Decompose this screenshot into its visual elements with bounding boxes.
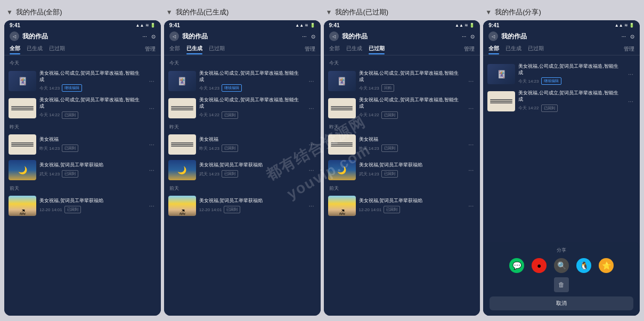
tab-manage-exp[interactable]: 管理 bbox=[464, 45, 475, 53]
work-more-5-exp[interactable]: ··· bbox=[466, 201, 476, 211]
work-date-5-all: 12-20 14:01 bbox=[39, 207, 62, 212]
thumb-4-all bbox=[9, 160, 36, 180]
work-more-1-all[interactable]: ··· bbox=[147, 76, 157, 86]
work-status-2-shr[interactable]: 已回到 bbox=[541, 105, 558, 112]
work-status-1-gen[interactable]: 继续编辑 bbox=[222, 84, 242, 92]
tab-generated-all[interactable]: 已生成 bbox=[27, 45, 43, 53]
work-item-4-gen[interactable]: 美女祝福,贺词员工举辈获福焰 武天 14:23 已回到 ··· bbox=[164, 157, 321, 183]
work-item-2-shr[interactable]: 美女祝福,公司成立,贺词员工举辈改福造,智能生成 今天 14:22 已回到 ··… bbox=[483, 87, 640, 114]
share-qq-item[interactable]: 🐧 bbox=[576, 258, 591, 273]
tab-expired-gen[interactable]: 已过期 bbox=[209, 45, 225, 53]
work-item-2-all[interactable]: 美女祝福,公司成立,贺词员工举辈改福造,智能生成 今天 14:22 已回到 ··… bbox=[4, 94, 161, 121]
tab-manage-gen[interactable]: 管理 bbox=[305, 45, 315, 53]
menu-icon-gen[interactable]: ··· bbox=[302, 34, 306, 39]
tab-all-all[interactable]: 全部 bbox=[10, 45, 20, 53]
menu-icon-exp[interactable]: ··· bbox=[462, 34, 466, 39]
qq-icon[interactable]: 🐧 bbox=[576, 258, 591, 273]
cancel-button[interactable]: 取消 bbox=[490, 296, 633, 310]
menu-icon-shr[interactable]: ··· bbox=[622, 34, 626, 39]
delete-action-icon[interactable]: 🗑 bbox=[554, 277, 569, 292]
work-status-2-exp[interactable]: 已回到 bbox=[381, 111, 398, 119]
work-more-4-gen[interactable]: ··· bbox=[306, 165, 316, 175]
work-item-2-gen[interactable]: 美女祝福,公司成立,贺词员工举辈改福造,智能生成 今天 14:22 已回到 ··… bbox=[164, 94, 321, 121]
work-item-5-exp[interactable]: 美女祝福,贺词员工举辈获福焰 12-20 14:01 已回到 ··· bbox=[324, 193, 480, 219]
settings-icon-gen[interactable]: ⊙ bbox=[311, 34, 315, 39]
work-more-2-shr[interactable]: ··· bbox=[626, 97, 635, 106]
work-more-5-gen[interactable]: ··· bbox=[306, 201, 316, 211]
settings-icon-all[interactable]: ⊙ bbox=[151, 34, 156, 39]
tab-generated-gen[interactable]: 已生成 bbox=[186, 45, 202, 53]
work-status-1-all[interactable]: 继续编辑 bbox=[62, 84, 82, 92]
share-moments-item[interactable]: ● bbox=[532, 258, 547, 273]
work-item-1-all[interactable]: 美女祝福,公司成立,贺词员工举辈改福造,智能生成 今天 14:23 继续编辑 ·… bbox=[4, 68, 161, 94]
work-title-3-exp: 美女祝福 bbox=[359, 137, 463, 143]
work-status-2-all[interactable]: 已回到 bbox=[62, 111, 78, 119]
back-button-shr[interactable]: ◁ bbox=[488, 31, 498, 41]
work-item-5-all[interactable]: 美女祝福,贺词员工举辈获福焰 12-20 14:01 已回到 ··· bbox=[4, 193, 161, 219]
search-share-icon[interactable]: 🔍 bbox=[554, 258, 569, 273]
tab-manage-shr[interactable]: 管理 bbox=[624, 45, 634, 53]
work-status-3-exp[interactable]: 已回到 bbox=[381, 145, 398, 152]
work-item-1-shr[interactable]: 美女祝福,公司成立,贺词员工举辈改福造,智能生成 今天 14:23 继续编辑 ·… bbox=[483, 61, 640, 87]
tab-expired-shr[interactable]: 已过期 bbox=[528, 45, 544, 53]
work-more-2-all[interactable]: ··· bbox=[147, 103, 157, 113]
work-item-3-all[interactable]: 美女祝福 昨天 14:23 已回到 ··· bbox=[4, 132, 161, 157]
work-status-5-gen[interactable]: 已回到 bbox=[224, 206, 240, 213]
tab-all-shr[interactable]: 全部 bbox=[488, 45, 499, 53]
tab-all-gen[interactable]: 全部 bbox=[169, 45, 180, 53]
content-area-gen: 今天 美女祝福,公司成立,贺词员工举辈改福造,智能生成 今天 14:23 继续编… bbox=[164, 55, 321, 316]
work-meta-3-gen: 昨天 14:23 已回到 bbox=[199, 145, 304, 152]
work-status-5-exp[interactable]: 已回到 bbox=[384, 206, 400, 213]
share-star-item[interactable]: ⭐ bbox=[599, 258, 614, 273]
work-more-1-shr[interactable]: ··· bbox=[626, 69, 635, 79]
work-item-2-exp[interactable]: 美女祝福,公司成立,贺词员工举辈改福造,智能生成 今天 14:22 已回到 ··… bbox=[324, 94, 480, 121]
work-more-1-gen[interactable]: ··· bbox=[306, 76, 316, 86]
work-more-5-all[interactable]: ··· bbox=[147, 201, 157, 211]
tab-expired-all[interactable]: 已过期 bbox=[49, 45, 65, 53]
work-more-2-exp[interactable]: ··· bbox=[466, 103, 476, 113]
moments-icon[interactable]: ● bbox=[532, 258, 547, 273]
work-status-5-all[interactable]: 已回到 bbox=[64, 206, 81, 213]
work-title-3-all: 美女祝福 bbox=[39, 137, 144, 143]
menu-icon-all[interactable]: ··· bbox=[142, 34, 146, 39]
work-item-3-exp[interactable]: 美女祝福 昨天 14:23 已回到 ··· bbox=[324, 132, 480, 157]
work-item-1-gen[interactable]: 美女祝福,公司成立,贺词员工举辈改福造,智能生成 今天 14:23 继续编辑 ·… bbox=[164, 68, 321, 94]
work-item-5-gen[interactable]: 美女祝福,贺词员工举辈获福焰 12-20 14:01 已回到 ··· bbox=[164, 193, 321, 219]
work-date-3-all: 昨天 14:23 bbox=[39, 146, 60, 151]
tab-generated-exp[interactable]: 已生成 bbox=[346, 45, 362, 53]
work-status-4-exp[interactable]: 已回到 bbox=[381, 170, 398, 178]
work-item-1-exp[interactable]: 美女祝福,公司成立,贺词员工举辈改福造,智能生成 今天 14:23 回购 ··· bbox=[324, 68, 480, 94]
settings-icon-exp[interactable]: ⊙ bbox=[470, 34, 475, 39]
work-item-3-gen[interactable]: 美女祝福 昨天 14:23 已回到 ··· bbox=[164, 132, 321, 157]
wechat-icon[interactable]: 💬 bbox=[509, 258, 524, 273]
work-more-4-all[interactable]: ··· bbox=[147, 165, 157, 175]
work-status-2-gen[interactable]: 已回到 bbox=[222, 111, 238, 119]
share-wechat-item[interactable]: 💬 bbox=[509, 258, 524, 273]
work-more-1-exp[interactable]: ··· bbox=[466, 76, 476, 86]
tab-all-exp[interactable]: 全部 bbox=[329, 45, 340, 53]
work-more-2-gen[interactable]: ··· bbox=[306, 103, 316, 113]
settings-icon-shr[interactable]: ⊙ bbox=[630, 34, 634, 39]
star-icon[interactable]: ⭐ bbox=[599, 258, 614, 273]
thumb-1-shr bbox=[487, 64, 515, 84]
share-search-item[interactable]: 🔍 bbox=[554, 258, 569, 273]
work-status-4-all[interactable]: 已回到 bbox=[62, 170, 78, 178]
tab-generated-shr[interactable]: 已生成 bbox=[506, 45, 521, 53]
work-more-4-exp[interactable]: ··· bbox=[466, 165, 476, 175]
work-more-3-gen[interactable]: ··· bbox=[306, 140, 316, 149]
back-button-gen[interactable]: ◁ bbox=[169, 31, 179, 41]
work-more-3-all[interactable]: ··· bbox=[147, 140, 157, 149]
work-status-4-gen[interactable]: 已回到 bbox=[222, 170, 238, 178]
work-status-1-shr[interactable]: 继续编辑 bbox=[541, 77, 561, 85]
tab-expired-exp[interactable]: 已过期 bbox=[369, 45, 385, 53]
work-item-4-exp[interactable]: 美女祝福,贺词员工举辈获福焰 武天 14:23 已回到 ··· bbox=[324, 157, 480, 183]
back-button-all[interactable]: ◁ bbox=[10, 31, 19, 41]
work-item-4-all[interactable]: 美女祝福,贺词员工举辈获福焰 武天 14:23 已回到 ··· bbox=[4, 157, 161, 183]
content-area-all: 今天 美女祝福,公司成立,贺词员工举辈改福造,智能生成 今天 14:23 继续编… bbox=[4, 55, 161, 316]
back-button-exp[interactable]: ◁ bbox=[329, 31, 339, 41]
work-more-3-exp[interactable]: ··· bbox=[466, 140, 476, 149]
work-status-3-all[interactable]: 已回到 bbox=[62, 145, 78, 152]
work-status-3-gen[interactable]: 已回到 bbox=[222, 145, 238, 152]
tab-manage-all[interactable]: 管理 bbox=[145, 45, 156, 53]
work-status-1-exp[interactable]: 回购 bbox=[381, 84, 394, 92]
